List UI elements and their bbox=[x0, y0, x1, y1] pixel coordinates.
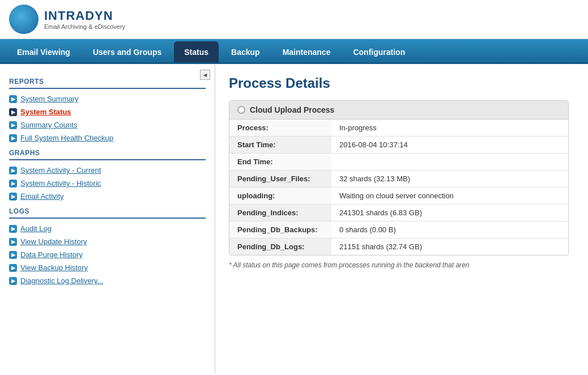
arrow-blue-icon: ▶ bbox=[9, 167, 17, 174]
sidebar-link-label: Email Activity bbox=[20, 192, 64, 201]
table-cell-key: Pending_Db_Backups: bbox=[229, 221, 331, 238]
sidebar-divider bbox=[9, 88, 206, 89]
table-row: End Time: bbox=[229, 154, 568, 171]
footnote: * All status on this page comes from pro… bbox=[229, 261, 569, 269]
sidebar-divider bbox=[9, 159, 206, 160]
table-cell-value: 21151 shards (32.74 GB) bbox=[331, 238, 568, 255]
page-title: Process Details bbox=[229, 75, 574, 91]
header: INTRADYN Email Archiving & eDiscovery bbox=[0, 0, 588, 39]
logo-area: INTRADYN Email Archiving & eDiscovery bbox=[9, 5, 125, 34]
sidebar: ◄ REPORTS▶System Summary▶System Status▶S… bbox=[0, 64, 215, 373]
table-cell-key: Pending_Db_Logs: bbox=[229, 238, 331, 255]
arrow-blue-icon: ▶ bbox=[9, 134, 17, 142]
sidebar-link-email-activity[interactable]: ▶Email Activity bbox=[0, 190, 215, 203]
logo-subtitle: Email Archiving & eDiscovery bbox=[44, 23, 125, 30]
table-cell-value: Waiting on cloud server connection bbox=[331, 188, 568, 204]
sidebar-link-label: System Activity - Historic bbox=[20, 179, 101, 188]
table-cell-key: Process: bbox=[229, 120, 331, 137]
table-row: Pending_User_Files:32 shards (32.13 MB) bbox=[229, 171, 568, 188]
sidebar-link-data-purge-history[interactable]: ▶Data Purge History bbox=[0, 248, 215, 261]
arrow-blue-icon: ▶ bbox=[9, 264, 17, 272]
arrow-blue-icon: ▶ bbox=[9, 95, 17, 103]
sidebar-link-full-system-health-checkup[interactable]: ▶Full System Health Checkup bbox=[0, 131, 215, 144]
content-area: Process Details Cloud Upload Process Pro… bbox=[215, 64, 588, 373]
sidebar-link-label: View Backup History bbox=[20, 263, 88, 272]
sidebar-link-system-activity---current[interactable]: ▶System Activity - Current bbox=[0, 164, 215, 177]
navbar: Email ViewingUsers and GroupsStatusBacku… bbox=[0, 39, 588, 64]
table-cell-value: 0 shards (0.00 B) bbox=[331, 221, 568, 238]
sidebar-divider bbox=[9, 218, 206, 219]
table-cell-key: Pending_User_Files: bbox=[229, 171, 331, 188]
sidebar-link-system-status[interactable]: ▶System Status bbox=[0, 105, 215, 118]
process-card: Cloud Upload Process Process:In-progress… bbox=[229, 100, 569, 255]
sidebar-section-logs: LOGS bbox=[0, 203, 215, 218]
sidebar-link-system-summary[interactable]: ▶System Summary bbox=[0, 92, 215, 105]
table-cell-value: 241301 shards (6.83 GB) bbox=[331, 204, 568, 221]
arrow-blue-icon: ▶ bbox=[9, 121, 17, 129]
table-row: Start Time:2016-08-04 10:37:14 bbox=[229, 137, 568, 154]
table-row: Process:In-progress bbox=[229, 120, 568, 137]
sidebar-section-graphs: GRAPHS bbox=[0, 144, 215, 159]
nav-item-email-viewing[interactable]: Email Viewing bbox=[7, 41, 80, 62]
sidebar-link-label: Summary Counts bbox=[20, 121, 77, 129]
sidebar-link-audit-log[interactable]: ▶Audit Log bbox=[0, 222, 215, 235]
table-cell-key: Pending_Indices: bbox=[229, 204, 331, 221]
process-card-title: Cloud Upload Process bbox=[250, 105, 334, 114]
arrow-blue-icon: ▶ bbox=[9, 238, 17, 246]
radio-indicator bbox=[237, 106, 245, 114]
table-row: Pending_Db_Backups:0 shards (0.00 B) bbox=[229, 221, 568, 238]
logo-title: INTRADYN bbox=[44, 8, 125, 23]
table-cell-key: Start Time: bbox=[229, 137, 331, 154]
sidebar-link-view-update-history[interactable]: ▶View Update History bbox=[0, 235, 215, 248]
table-cell-value: 2016-08-04 10:37:14 bbox=[331, 137, 568, 154]
process-table: Process:In-progressStart Time:2016-08-04… bbox=[229, 120, 568, 255]
sidebar-link-diagnostic-log-delivery[interactable]: ▶Diagnostic Log Delivery... bbox=[0, 274, 215, 287]
nav-item-status[interactable]: Status bbox=[174, 41, 219, 62]
arrow-blue-icon: ▶ bbox=[9, 277, 17, 285]
sidebar-link-label: View Update History bbox=[20, 237, 87, 246]
process-card-header: Cloud Upload Process bbox=[229, 101, 568, 120]
sidebar-link-view-backup-history[interactable]: ▶View Backup History bbox=[0, 261, 215, 274]
arrow-blue-icon: ▶ bbox=[9, 225, 17, 233]
sidebar-section-reports: REPORTS bbox=[0, 73, 215, 88]
table-row: uploading:Waiting on cloud server connec… bbox=[229, 188, 568, 204]
sidebar-link-label: Audit Log bbox=[20, 224, 52, 233]
sidebar-link-label: System Status bbox=[20, 108, 71, 116]
table-cell-key: End Time: bbox=[229, 154, 331, 171]
sidebar-link-label: System Activity - Current bbox=[20, 166, 101, 174]
table-cell-key: uploading: bbox=[229, 188, 331, 204]
nav-item-configuration[interactable]: Configuration bbox=[343, 41, 415, 62]
sidebar-link-label: Data Purge History bbox=[20, 250, 83, 259]
table-cell-value bbox=[331, 154, 568, 171]
arrow-blue-icon: ▶ bbox=[9, 251, 17, 259]
sidebar-link-label: Diagnostic Log Delivery... bbox=[20, 276, 103, 285]
main-layout: ◄ REPORTS▶System Summary▶System Status▶S… bbox=[0, 64, 588, 373]
nav-item-users-and-groups[interactable]: Users and Groups bbox=[83, 41, 172, 62]
table-row: Pending_Db_Logs:21151 shards (32.74 GB) bbox=[229, 238, 568, 255]
table-cell-value: 32 shards (32.13 MB) bbox=[331, 171, 568, 188]
sidebar-collapse-button[interactable]: ◄ bbox=[200, 70, 210, 80]
nav-item-backup[interactable]: Backup bbox=[221, 41, 270, 62]
logo-text: INTRADYN Email Archiving & eDiscovery bbox=[44, 8, 125, 30]
arrow-blue-icon: ▶ bbox=[9, 180, 17, 188]
table-row: Pending_Indices:241301 shards (6.83 GB) bbox=[229, 204, 568, 221]
nav-item-maintenance[interactable]: Maintenance bbox=[272, 41, 341, 62]
arrow-blue-icon: ▶ bbox=[9, 193, 17, 201]
table-cell-value: In-progress bbox=[331, 120, 568, 137]
sidebar-link-system-activity---historic[interactable]: ▶System Activity - Historic bbox=[0, 177, 215, 190]
arrow-dark-icon: ▶ bbox=[9, 108, 17, 116]
sidebar-link-label: System Summary bbox=[20, 95, 79, 103]
sidebar-link-label: Full System Health Checkup bbox=[20, 134, 113, 142]
sidebar-link-summary-counts[interactable]: ▶Summary Counts bbox=[0, 118, 215, 131]
logo-icon bbox=[9, 5, 39, 34]
